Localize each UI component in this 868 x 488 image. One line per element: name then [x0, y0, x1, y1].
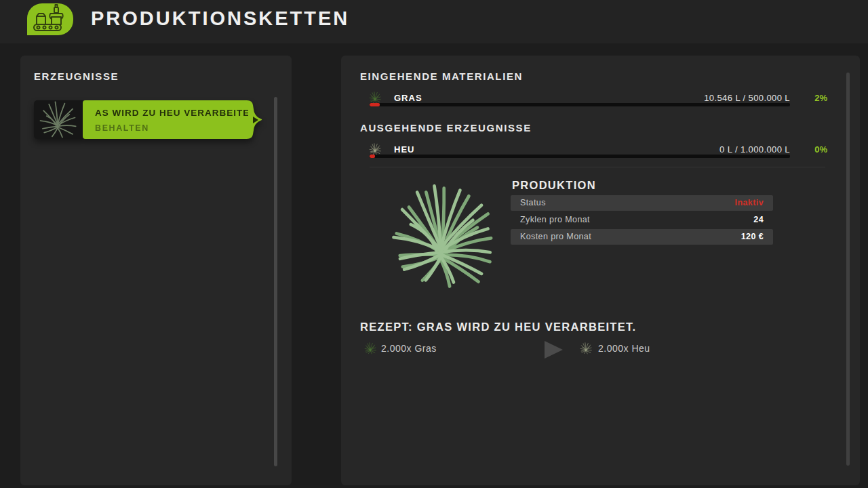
selected-tab-shape	[83, 100, 263, 139]
status-label: Status	[520, 195, 546, 211]
output-material-name: HEU	[394, 144, 414, 155]
output-fill-bar-value	[370, 155, 375, 158]
product-item-tab: AS WIRD ZU HEU VERARBEITET BEHALTEN	[83, 100, 263, 139]
production-table: Status Inaktiv Zyklen pro Monat 24 Koste…	[511, 195, 773, 246]
costs-label: Kosten pro Monat	[520, 229, 591, 245]
costs-value: 120 €	[741, 229, 764, 245]
arrow-right-icon	[545, 341, 563, 359]
table-row-status: Status Inaktiv	[511, 195, 773, 211]
product-thumbnail	[34, 100, 83, 139]
outputs-section-title: AUSGEHENDE ERZEUGNISSE	[360, 122, 532, 134]
heu-icon	[369, 143, 381, 155]
recipe-gras-icon	[364, 342, 376, 354]
output-material-amount: 0 L / 1.000.000 L	[719, 144, 790, 155]
page-title: PRODUKTIONSKETTEN	[91, 7, 349, 30]
recipe-title: REZEPT: GRAS WIRD ZU HEU VERARBEITET.	[360, 321, 636, 333]
product-list-item-selected[interactable]: AS WIRD ZU HEU VERARBEITET BEHALTEN	[34, 100, 263, 139]
output-material-percent: 0%	[814, 144, 827, 155]
input-material-amount: 10.546 L / 500.000 L	[704, 93, 790, 103]
gras-icon	[369, 92, 381, 104]
table-row-cycles: Zyklen pro Monat 24	[511, 212, 773, 228]
top-header-bar: PRODUKTIONSKETTEN	[0, 0, 868, 43]
details-scrollbar[interactable]	[846, 73, 850, 466]
input-fill-bar-value	[370, 103, 380, 106]
table-row-costs: Kosten pro Monat 120 €	[511, 229, 773, 245]
input-material-percent: 2%	[814, 93, 827, 103]
production-section-title: PRODUKTION	[512, 179, 596, 192]
details-panel: EINGEHENDE MATERIALIEN GRAS 10.546 L / 5…	[341, 56, 860, 485]
chevron-right-icon	[253, 117, 258, 123]
input-material-name: GRAS	[394, 93, 422, 103]
status-value: Inaktiv	[735, 195, 764, 211]
recipe-output-label: 2.000x Heu	[598, 343, 650, 354]
product-name-marquee: AS WIRD ZU HEU VERARBEITET	[95, 108, 248, 118]
product-mode-label: BEHALTEN	[95, 123, 149, 133]
production-chain-icon	[27, 3, 73, 35]
product-image-grass	[387, 182, 494, 289]
input-fill-bar	[370, 103, 790, 106]
products-scrollbar[interactable]	[274, 97, 277, 466]
section-divider	[370, 167, 825, 167]
recipe-heu-icon	[580, 342, 592, 354]
output-fill-bar	[370, 155, 790, 158]
cycles-value: 24	[753, 212, 764, 228]
products-panel-title: ERZEUGNISSE	[34, 70, 119, 82]
inputs-section-title: EINGEHENDE MATERIALIEN	[360, 70, 523, 82]
products-panel: ERZEUGNISSE AS WIRD ZU HEU VERARBEITET B…	[20, 56, 292, 485]
recipe-input-label: 2.000x Gras	[381, 343, 437, 354]
cycles-label: Zyklen pro Monat	[520, 212, 590, 228]
